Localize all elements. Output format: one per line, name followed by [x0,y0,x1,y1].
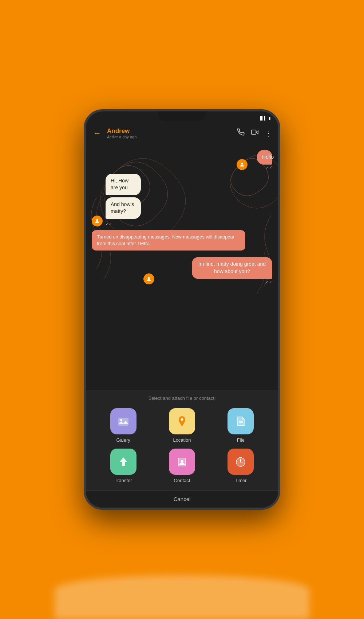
gallery-icon-box [110,408,136,434]
attach-panel-label: Select and attach file or contact: [86,390,278,405]
message-tick: ✓✓ [266,165,272,170]
more-icon[interactable]: ⋮ [265,129,272,138]
svg-rect-5 [118,418,128,426]
gallery-label: Galery [116,437,130,443]
svg-point-3 [96,219,98,221]
location-label: Location [173,437,191,443]
contact-label: Contact [174,478,190,483]
avatar [237,159,248,170]
svg-point-6 [120,419,122,421]
attach-item-file[interactable]: File [214,408,267,443]
avatar [92,216,103,226]
message-bubble: Im fine, matty doing great and how about… [192,257,272,279]
message-bubble: Hi, How are you [106,174,141,195]
timer-icon-box [228,449,254,475]
battery-icon: ▮ [269,116,271,120]
chat-header: ← Andrew Active a day ago ⋮ [86,122,278,144]
message-bubble: And how's matty? [106,197,141,219]
video-icon[interactable] [251,129,258,138]
cancel-button[interactable]: Cancel [174,496,191,502]
attach-panel: Select and attach file or contact: Galer… [86,390,278,508]
call-icon[interactable] [237,129,245,138]
contact-icon-box [169,449,195,475]
system-message-row: Turned on disappearing messages. New mes… [92,230,272,251]
contact-name: Andrew [107,127,233,135]
phone-frame: ▐▌▌ ▮ ← Andrew Active a day ago [84,109,280,510]
transfer-label: Transfer [115,478,132,483]
system-message-bubble: Turned on disappearing messages. New mes… [92,230,245,251]
attach-item-location[interactable]: Location [155,408,208,443]
message-row: Hi, How are you And how's matty? ✓✓ [92,174,272,226]
attach-item-transfer[interactable]: Transfer [97,449,150,483]
contact-info: Andrew Active a day ago [107,127,233,139]
file-label: File [237,437,245,443]
svg-point-2 [241,162,243,164]
attach-item-timer[interactable]: Timer [214,449,267,483]
attach-item-contact[interactable]: Contact [155,449,208,483]
svg-point-7 [181,418,183,421]
transfer-icon-box [110,449,136,475]
message-row: Hello ✓✓ [92,150,272,170]
header-actions: ⋮ [237,129,272,138]
contact-status: Active a day ago [107,135,233,139]
svg-marker-0 [256,131,258,134]
avatar [143,273,154,284]
signal-icon: ▐▌▌ [259,116,266,120]
message-tick: ✓✓ [106,222,112,226]
message-tick: ✓✓ [266,280,272,284]
attach-item-gallery[interactable]: Galery [97,408,150,443]
timer-label: Timer [235,478,247,483]
back-button[interactable]: ← [92,127,103,139]
cancel-bar[interactable]: Cancel [86,490,278,508]
chat-area: Hello ✓✓ Hi, How are you And how's matty… [86,144,278,390]
location-icon-box [169,408,195,434]
svg-point-11 [181,460,183,463]
svg-rect-1 [252,130,256,134]
screen: ▐▌▌ ▮ ← Andrew Active a day ago [86,111,278,508]
svg-point-4 [148,277,150,279]
messages-container: Hello ✓✓ Hi, How are you And how's matty… [92,150,272,284]
status-bar: ▐▌▌ ▮ [86,111,278,122]
attach-grid: Galery Location [86,405,278,490]
file-icon-box [228,408,254,434]
message-row: Im fine, matty doing great and how about… [92,257,272,284]
message-bubble: Hello [257,150,272,165]
